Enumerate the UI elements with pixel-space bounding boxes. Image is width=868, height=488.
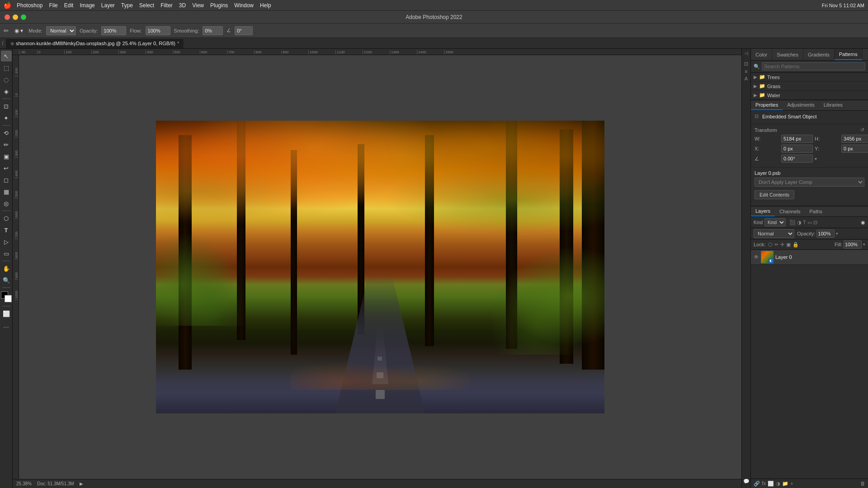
brush-tool[interactable]: ✏ [1,139,12,150]
patterns-search-input[interactable] [762,62,865,70]
tab-close-icon[interactable]: ⊗ [10,41,14,46]
brush-preset[interactable]: ◉ ▾ [14,28,23,34]
panel-icon-4[interactable]: 💬 [743,479,750,484]
gradient-tool[interactable]: ▦ [1,186,12,197]
shape-filter-icon[interactable]: ▭ [807,220,812,225]
lock-all-icon[interactable]: 🔒 [793,242,799,248]
x-input[interactable] [781,145,813,153]
menu-select[interactable]: Select [139,2,154,9]
lasso-tool[interactable]: ◌ [1,74,12,85]
angle-unit-dropdown[interactable]: ▾ [815,156,817,161]
lock-artboard-icon[interactable]: ▣ [786,242,791,248]
menu-type[interactable]: Type [121,2,133,9]
document-tab[interactable]: ⊗ shannon-kunkle-dM8lNmkyDas-unsplash.jp… [5,38,184,48]
smoothing-input[interactable] [203,26,223,35]
quick-select-tool[interactable]: ◈ [1,86,12,97]
pattern-group-grass[interactable]: ▶ 📁 Grass [751,82,868,91]
screen-mode[interactable]: ⬜ [1,308,12,319]
angle-prop-input[interactable] [781,155,813,163]
pixel-filter-icon[interactable]: ⬛ [789,220,796,225]
shape-tool[interactable]: ▭ [1,248,12,259]
pattern-group-trees[interactable]: ▶ 📁 Trees [751,73,868,82]
hand-tool[interactable]: ✋ [1,263,12,274]
filter-toggle[interactable]: ◉ [861,220,865,225]
add-mask-icon[interactable]: ⬜ [768,481,774,487]
menu-photoshop[interactable]: Photoshop [17,2,42,9]
type-tool[interactable]: T [1,225,12,235]
menu-image[interactable]: Image [80,2,94,9]
stamp-tool[interactable]: ▣ [1,151,12,162]
link-layers-icon[interactable]: 🔗 [754,481,760,487]
width-input[interactable] [781,135,813,143]
tab-properties[interactable]: Properties [751,100,783,110]
fill-input[interactable] [844,240,862,249]
panel-icon-3[interactable]: A [745,76,748,81]
tab-color[interactable]: Color [751,49,772,60]
tab-channels[interactable]: Channels [775,207,805,216]
mode-select[interactable]: Normal [46,26,76,35]
y-input[interactable] [841,145,868,153]
color-swatches[interactable] [1,291,12,302]
flow-input[interactable] [146,26,170,35]
zoom-tool[interactable]: 🔍 [1,275,12,286]
tab-paths[interactable]: Paths [805,207,827,216]
opacity-input[interactable] [101,26,126,35]
opacity-dropdown-icon[interactable]: ▾ [836,231,838,236]
traffic-lights[interactable] [5,14,26,20]
new-group-icon[interactable]: 📁 [782,481,788,487]
menu-3d[interactable]: 3D [179,2,186,9]
reset-transform-icon[interactable]: ↺ [860,127,864,133]
eyedropper-tool[interactable]: ✦ [1,113,12,123]
layer-visibility-icon[interactable]: 👁 [754,254,759,260]
kind-filter-select[interactable]: Kind [764,218,786,226]
dodge-tool[interactable]: ◎ [1,198,12,209]
tab-adjustments[interactable]: Adjustments [783,100,819,110]
menu-layer[interactable]: Layer [101,2,115,9]
tab-patterns[interactable]: Patterns [835,49,863,60]
canvas-document[interactable] [156,121,604,413]
menu-help[interactable]: Help [260,2,271,9]
menu-file[interactable]: File [49,2,57,9]
layer-comp-select[interactable]: Don't Apply Layer Comp [755,178,864,187]
status-forward-arrow[interactable]: ▶ [80,481,83,486]
edit-contents-button[interactable]: Edit Contents [755,190,794,199]
new-adjustment-icon[interactable]: ◑ [776,481,780,487]
add-fx-icon[interactable]: fx [762,480,766,487]
layer-name-label[interactable]: Layer 0 [775,254,792,260]
tool-preset-picker[interactable]: ✏ [4,27,9,34]
tab-libraries[interactable]: Libraries [819,100,847,110]
panel-icon-1[interactable]: ⊡ [744,61,748,67]
delete-layer-icon[interactable]: 🗑 [860,481,865,486]
menu-filter[interactable]: Filter [160,2,173,9]
menu-plugins[interactable]: Plugins [210,2,228,9]
menu-edit[interactable]: Edit [64,2,74,9]
minimize-button[interactable] [13,14,18,20]
tab-layers[interactable]: Layers [751,206,775,216]
expand-panel-btn[interactable]: ◁ [745,51,748,56]
height-input[interactable] [841,135,868,143]
lock-image-pixels-icon[interactable]: ✏ [774,242,778,248]
new-layer-icon[interactable]: + [790,481,793,486]
close-button[interactable] [5,14,10,20]
apple-menu[interactable]: 🍎 [4,2,11,9]
menu-view[interactable]: View [192,2,204,9]
healing-tool[interactable]: ⟲ [1,127,12,138]
blend-mode-select[interactable]: Normal [754,229,794,238]
more-tools[interactable]: … [1,320,12,331]
marquee-tool[interactable]: ⬚ [1,62,12,73]
angle-input[interactable] [235,26,253,35]
smartobj-filter-icon[interactable]: ⊡ [813,220,817,225]
canvas-area[interactable] [19,55,741,479]
adjustment-filter-icon[interactable]: ◑ [797,220,802,225]
pen-tool[interactable]: ⬡ [1,213,12,224]
menu-window[interactable]: Window [234,2,254,9]
type-filter-icon[interactable]: T [803,220,806,225]
move-tool[interactable]: ↖ [1,51,12,61]
opacity-layer-input[interactable] [816,230,835,238]
pattern-group-water[interactable]: ▶ 📁 Water [751,91,868,100]
path-selection-tool[interactable]: ▷ [1,236,12,247]
tab-swatches[interactable]: Swatches [772,49,803,60]
maximize-button[interactable] [21,14,26,20]
lock-transparent-pixels-icon[interactable]: ⬡ [768,242,773,248]
background-color[interactable] [5,295,12,302]
